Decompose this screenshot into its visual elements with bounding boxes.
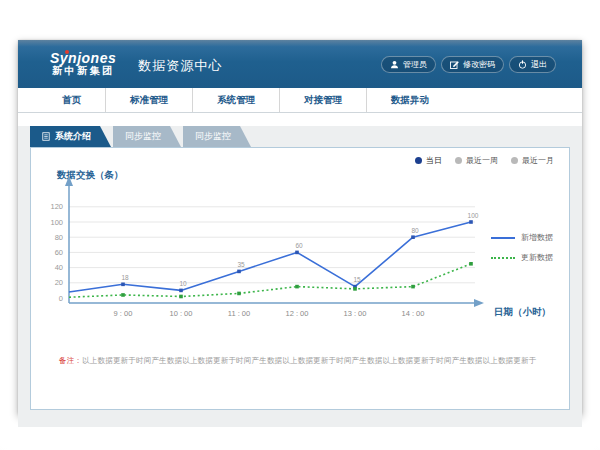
svg-text:10 : 00: 10 : 00 — [170, 309, 193, 318]
svg-text:60: 60 — [295, 242, 303, 249]
svg-text:11 : 00: 11 : 00 — [228, 309, 250, 318]
svg-text:100: 100 — [50, 218, 63, 227]
content-area: 系统介绍 同步监控 同步监控 当日 最近一周 — [18, 126, 582, 427]
svg-text:9 : 00: 9 : 00 — [114, 309, 133, 318]
tab-system-intro[interactable]: 系统介绍 — [30, 126, 111, 147]
power-icon — [518, 60, 527, 69]
svg-text:15: 15 — [353, 276, 361, 283]
admin-user-button[interactable]: 管理员 — [381, 56, 436, 73]
main-nav: 首页 标准管理 系统管理 对接管理 数据异动 — [18, 88, 582, 113]
admin-user-label: 管理员 — [403, 59, 427, 70]
svg-text:60: 60 — [55, 248, 63, 257]
svg-text:80: 80 — [411, 227, 419, 234]
svg-text:0: 0 — [59, 294, 63, 303]
tab-sync-monitor-2[interactable]: 同步监控 — [183, 126, 251, 147]
nav-item-data-change[interactable]: 数据异动 — [366, 88, 453, 112]
svg-text:12 : 00: 12 : 00 — [286, 309, 309, 318]
svg-text:10: 10 — [179, 280, 187, 287]
legend-updated-data-label: 更新数据 — [521, 252, 553, 263]
svg-text:100: 100 — [468, 212, 479, 219]
nav-item-standard-mgmt[interactable]: 标准管理 — [105, 88, 192, 112]
legend-line-dotted-icon — [491, 257, 515, 259]
logout-label: 退出 — [531, 59, 547, 70]
app-header: Synjones 新中新集团 数据资源中心 管理员 修改密码 退出 — [18, 40, 582, 88]
change-password-label: 修改密码 — [463, 59, 495, 70]
change-password-button[interactable]: 修改密码 — [441, 56, 504, 73]
user-bar: 管理员 修改密码 退出 — [381, 56, 556, 73]
nav-item-system-mgmt[interactable]: 系统管理 — [192, 88, 279, 112]
legend-new-data-label: 新增数据 — [521, 232, 553, 243]
svg-text:35: 35 — [237, 261, 245, 268]
legend-line-solid-icon — [491, 237, 515, 239]
tab-sync-monitor-1[interactable]: 同步监控 — [113, 126, 181, 147]
footnote-prefix: 备注： — [59, 356, 82, 365]
logout-button[interactable]: 退出 — [509, 56, 556, 73]
logo-subtext: 新中新集团 — [50, 66, 116, 77]
tab-system-intro-label: 系统介绍 — [55, 126, 91, 147]
page-title: 数据资源中心 — [138, 53, 222, 75]
tab-sync-monitor-2-label: 同步监控 — [195, 126, 231, 147]
legend-updated-data: 更新数据 — [491, 252, 553, 263]
user-icon — [390, 60, 399, 69]
nav-item-interface-mgmt[interactable]: 对接管理 — [279, 88, 366, 112]
company-logo: Synjones 新中新集团 — [50, 51, 116, 76]
svg-text:20: 20 — [55, 278, 63, 287]
x-axis-title: 日期（小时） — [494, 306, 551, 319]
tab-sync-monitor-1-label: 同步监控 — [125, 126, 161, 147]
tab-bar: 系统介绍 同步监控 同步监控 — [30, 126, 582, 147]
svg-text:13 : 00: 13 : 00 — [344, 309, 367, 318]
legend-new-data: 新增数据 — [491, 232, 553, 243]
svg-text:80: 80 — [55, 233, 63, 242]
chart-panel: 当日 最近一周 最近一月 数据交换（条） 0204060801001209 : … — [30, 147, 570, 410]
edit-icon — [450, 60, 459, 69]
main-window: Synjones 新中新集团 数据资源中心 管理员 修改密码 退出 首页 标准管… — [18, 40, 582, 414]
svg-text:40: 40 — [55, 263, 63, 272]
footnote: 备注：以上数据更新于时间产生数据以上数据更新于时间产生数据以上数据更新于时间产生… — [59, 356, 555, 366]
document-icon — [42, 132, 50, 141]
chart-legend: 新增数据 更新数据 — [491, 232, 553, 272]
svg-text:18: 18 — [121, 274, 129, 281]
logo-text: Synjones — [50, 51, 116, 66]
nav-item-home[interactable]: 首页 — [38, 88, 105, 112]
svg-text:14 : 00: 14 : 00 — [402, 309, 425, 318]
footnote-text: 以上数据更新于时间产生数据以上数据更新于时间产生数据以上数据更新于时间产生数据以… — [82, 356, 536, 365]
svg-text:120: 120 — [50, 202, 63, 211]
data-exchange-line-chart: 0204060801001209 : 0010 : 0011 : 0012 : … — [31, 148, 569, 409]
